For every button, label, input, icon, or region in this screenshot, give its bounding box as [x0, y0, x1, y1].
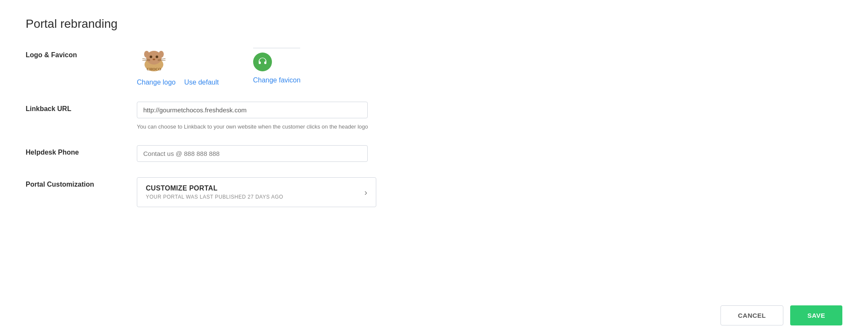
portal-customization-label: Portal Customization — [26, 177, 120, 188]
favicon-divider — [253, 48, 300, 48]
linkback-url-hint: You can choose to Linkback to your own w… — [137, 123, 624, 130]
change-logo-button[interactable]: Change logo — [137, 79, 176, 86]
customize-portal-button[interactable]: CUSTOMIZE PORTAL YOUR PORTAL WAS LAST PU… — [137, 177, 376, 207]
logo-section: CHOCO Change logo Use default — [137, 48, 219, 86]
linkback-url-row: Linkback URL You can choose to Linkback … — [26, 102, 624, 130]
logo-favicon-label: Logo & Favicon — [26, 48, 120, 59]
use-default-button[interactable]: Use default — [184, 79, 219, 86]
logo-favicon-inner: CHOCO Change logo Use default — [137, 48, 624, 86]
cancel-button[interactable]: CANCEL — [720, 305, 784, 325]
helpdesk-phone-label: Helpdesk Phone — [26, 145, 120, 156]
logo-image: CHOCO — [137, 48, 171, 73]
chevron-right-icon: › — [364, 188, 367, 197]
save-button[interactable]: SAVE — [790, 305, 842, 325]
customize-portal-title: CUSTOMIZE PORTAL — [146, 185, 283, 192]
svg-point-5 — [144, 51, 149, 58]
portal-customization-row: Portal Customization CUSTOMIZE PORTAL YO… — [26, 177, 624, 207]
portal-customization-content: CUSTOMIZE PORTAL YOUR PORTAL WAS LAST PU… — [137, 177, 624, 207]
linkback-url-input[interactable] — [137, 102, 368, 118]
svg-point-6 — [159, 51, 164, 58]
logo-favicon-row: Logo & Favicon — [26, 48, 624, 86]
helpdesk-phone-row: Helpdesk Phone — [26, 145, 624, 162]
customize-portal-text: CUSTOMIZE PORTAL YOUR PORTAL WAS LAST PU… — [146, 185, 283, 200]
page-title: Portal rebranding — [26, 17, 842, 31]
customize-portal-subtitle: YOUR PORTAL WAS LAST PUBLISHED 27 DAYS A… — [146, 194, 283, 200]
favicon-icon — [253, 53, 272, 71]
linkback-url-content: You can choose to Linkback to your own w… — [137, 102, 624, 130]
svg-point-4 — [153, 59, 155, 60]
headphone-icon — [257, 57, 268, 67]
svg-point-3 — [156, 56, 158, 58]
logo-favicon-content: CHOCO Change logo Use default — [137, 48, 624, 86]
favicon-section: Change favicon — [253, 48, 301, 84]
button-row: CANCEL SAVE — [0, 297, 868, 334]
form-section: Logo & Favicon — [26, 48, 624, 207]
svg-text:CHOCO: CHOCO — [146, 67, 161, 71]
change-favicon-button[interactable]: Change favicon — [253, 76, 301, 84]
linkback-url-label: Linkback URL — [26, 102, 120, 113]
helpdesk-phone-input[interactable] — [137, 145, 368, 162]
helpdesk-phone-content — [137, 145, 624, 162]
choco-logo-image: CHOCO — [138, 48, 170, 73]
svg-point-2 — [150, 56, 152, 58]
logo-actions: Change logo Use default — [137, 79, 219, 86]
